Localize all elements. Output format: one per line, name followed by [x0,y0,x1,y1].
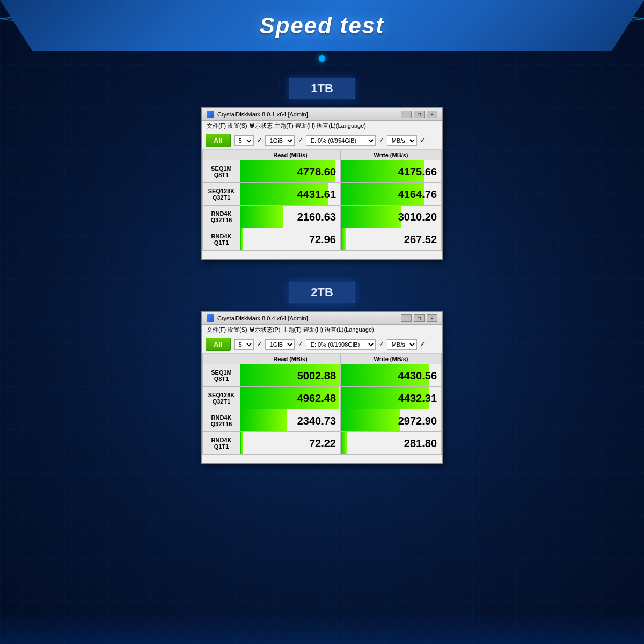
cdm-header-label-2tb [203,354,240,364]
row-label: RND4KQ1T1 [203,432,240,455]
cdm-menu-1tb: 文件(F) 设置(S) 显示状态 主题(T) 帮助(H) 语言(L)(Langu… [207,122,366,130]
cdm-header-label-1tb [203,150,240,160]
row-label: RND4KQ32T16 [203,409,240,432]
row-write-value: 3010.20 [341,206,442,228]
cdm-app-icon-2tb [207,314,214,322]
row-label: SEQ1MQ8T1 [203,364,240,387]
row-read-value: 72.96 [240,228,341,251]
cdm-window-controls-2tb: — □ × [401,314,437,322]
row-write-value: 4175.66 [341,160,442,183]
section-1-badge: 1TB [289,78,355,99]
cdm-count-select-2tb[interactable]: 5 [234,339,254,350]
table-row: SEQ1MQ8T14778.604175.66 [203,160,442,183]
table-row: RND4KQ1T172.96267.52 [203,228,442,251]
cdm-results-table-1tb: Read (MB/s) Write (MB/s) SEQ1MQ8T14778.6… [202,150,442,251]
cdm-results-table-2tb: Read (MB/s) Write (MB/s) SEQ1MQ8T15002.8… [202,354,442,455]
cdm-toolbar-2tb: All 5 ✓ 1GiB ✓ E: 0% (0/1908GiB) ✓ MB/s … [202,335,442,354]
cdm-title-2tb: CrystalDiskMark 8.0.4 x64 [Admin] [217,315,398,321]
cdm-title-1tb: CrystalDiskMark 8.0.1 x64 [Admin] [217,111,398,118]
row-read-value: 5002.88 [240,364,341,387]
table-row: SEQ128KQ32T14962.484432.31 [203,387,442,409]
page-title: Speed test [260,13,384,39]
section-1-label: 1TB [0,78,644,99]
section-2-badge: 2TB [289,282,355,303]
cdm-size-select-1tb[interactable]: 1GiB [265,135,295,146]
table-row: SEQ128KQ32T14431.614164.76 [203,183,442,206]
cdm-header-read-2tb: Read (MB/s) [240,354,341,364]
cdm-header-read-1tb: Read (MB/s) [240,150,341,160]
row-write-value: 281.80 [341,432,442,455]
table-row: RND4KQ32T162340.732972.90 [203,409,442,432]
table-row: RND4KQ1T172.22281.80 [203,432,442,455]
header-accent-dot [0,55,644,62]
section-2-label: 2TB [0,282,644,303]
row-write-value: 267.52 [341,228,442,251]
row-read-value: 4962.48 [240,387,341,409]
cdm-size-select-2tb[interactable]: 1GiB [265,339,295,350]
row-label: RND4KQ32T16 [203,206,240,228]
table-row: SEQ1MQ8T15002.884430.56 [203,364,442,387]
row-read-value: 2340.73 [240,409,341,432]
cdm-menubar-2tb: 文件(F) 设置(S) 显示状态(P) 主题(T) 帮助(H) 语言(L)(La… [202,325,442,335]
cdm-minimize-btn-2tb[interactable]: — [401,314,412,322]
cdm-window-2tb: CrystalDiskMark 8.0.4 x64 [Admin] — □ × … [201,311,443,464]
cdm-toolbar-1tb: All 5 ✓ 1GiB ✓ E: 0% (0/954GiB) ✓ MB/s ✓ [202,131,442,150]
cdm-unit-select-2tb[interactable]: MB/s [387,339,417,350]
cdm-header-write-2tb: Write (MB/s) [341,354,442,364]
cdm-maximize-btn-1tb[interactable]: □ [414,111,425,118]
row-write-value: 2972.90 [341,409,442,432]
cdm-maximize-btn-2tb[interactable]: □ [414,314,425,322]
bottom-accent [0,612,644,644]
row-write-value: 4164.76 [341,183,442,206]
cdm-drive-select-2tb[interactable]: E: 0% (0/1908GiB) [306,339,376,350]
row-label: SEQ1MQ8T1 [203,160,240,183]
cdm-footer-2tb [202,455,442,463]
cdm-close-btn-2tb[interactable]: × [427,314,437,322]
cdm-window-1tb: CrystalDiskMark 8.0.1 x64 [Admin] — □ × … [201,107,443,260]
cdm-window-controls-1tb: — □ × [401,111,437,118]
cdm-titlebar-2tb: CrystalDiskMark 8.0.4 x64 [Admin] — □ × [202,312,442,325]
cdm-all-button-1tb[interactable]: All [206,134,231,147]
cdm-footer-1tb [202,251,442,259]
table-row: RND4KQ32T162160.633010.20 [203,206,442,228]
row-label: RND4KQ1T1 [203,228,240,251]
row-label: SEQ128KQ32T1 [203,387,240,409]
row-label: SEQ128KQ32T1 [203,183,240,206]
cdm-app-icon-1tb [207,111,214,118]
row-read-value: 2160.63 [240,206,341,228]
cdm-close-btn-1tb[interactable]: × [427,111,437,118]
row-write-value: 4430.56 [341,364,442,387]
cdm-header-write-1tb: Write (MB/s) [341,150,442,160]
cdm-all-button-2tb[interactable]: All [206,338,231,351]
row-read-value: 4431.61 [240,183,341,206]
cdm-menu-2tb: 文件(F) 设置(S) 显示状态(P) 主题(T) 帮助(H) 语言(L)(La… [207,326,374,334]
header-banner: Speed test [0,0,644,51]
cdm-unit-select-1tb[interactable]: MB/s [387,135,417,146]
cdm-menubar-1tb: 文件(F) 设置(S) 显示状态 主题(T) 帮助(H) 语言(L)(Langu… [202,121,442,131]
cdm-count-select-1tb[interactable]: 5 [234,135,254,146]
row-write-value: 4432.31 [341,387,442,409]
row-read-value: 4778.60 [240,160,341,183]
cdm-titlebar-1tb: CrystalDiskMark 8.0.1 x64 [Admin] — □ × [202,108,442,121]
cdm-minimize-btn-1tb[interactable]: — [401,111,412,118]
cdm-drive-select-1tb[interactable]: E: 0% (0/954GiB) [306,135,376,146]
row-read-value: 72.22 [240,432,341,455]
